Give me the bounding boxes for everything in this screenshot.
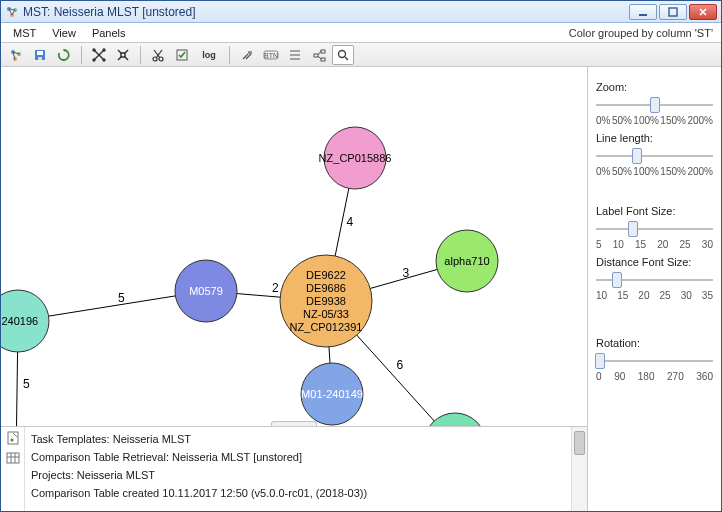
minimize-button[interactable]	[629, 4, 657, 20]
zoom-slider[interactable]	[596, 97, 713, 113]
rotation-ticks: 090180270360	[596, 371, 713, 382]
tool-refresh-icon[interactable]	[53, 45, 75, 65]
task-icon	[6, 431, 20, 445]
svg-text:3: 3	[403, 266, 410, 280]
svg-rect-83	[7, 453, 19, 463]
log-lines: Task Templates: Neisseria MLST Compariso…	[25, 427, 571, 511]
tool-graph-icon[interactable]	[5, 45, 27, 65]
tool-tree-icon[interactable]	[308, 45, 330, 65]
maximize-button[interactable]	[659, 4, 687, 20]
color-legend-label: Color grouped by column 'ST'	[569, 27, 717, 39]
svg-point-24	[93, 59, 95, 61]
rotation-slider[interactable]	[596, 353, 713, 369]
tool-search-icon[interactable]	[332, 45, 354, 65]
svg-point-23	[103, 49, 105, 51]
tool-list-icon[interactable]	[284, 45, 306, 65]
svg-point-22	[93, 49, 95, 51]
app-window: MST: Neisseria MLST [unstored] MST View …	[0, 0, 722, 512]
log-line[interactable]: Projects: Neisseria MLST	[31, 466, 565, 484]
labelfont-ticks: 51015202530	[596, 239, 713, 250]
tool-expand-icon[interactable]	[88, 45, 110, 65]
label-font-slider[interactable]	[596, 221, 713, 237]
svg-rect-81	[8, 432, 18, 444]
label-font-label: Label Font Size:	[596, 205, 713, 217]
svg-text:alpha710: alpha710	[444, 255, 489, 267]
svg-text:NZ_CP015886: NZ_CP015886	[319, 152, 392, 164]
distance-font-label: Distance Font Size:	[596, 256, 713, 268]
log-line[interactable]: Task Templates: Neisseria MLST	[31, 430, 565, 448]
log-panel: Task Templates: Neisseria MLST Compariso…	[1, 426, 587, 511]
distance-font-slider[interactable]	[596, 272, 713, 288]
tool-collapse-icon[interactable]	[112, 45, 134, 65]
window-controls	[629, 4, 717, 20]
line-length-slider[interactable]	[596, 148, 713, 164]
line-length-label: Line length:	[596, 132, 713, 144]
tool-settings-icon[interactable]	[236, 45, 258, 65]
menubar: MST View Panels Color grouped by column …	[1, 23, 721, 43]
svg-rect-17	[38, 57, 42, 60]
svg-text:DE9938: DE9938	[306, 295, 346, 307]
graph-svg: 4325165NZ_CP015886alpha710DE9622DE9686DE…	[1, 67, 587, 426]
log-line[interactable]: Comparison Table Retrieval: Neisseria ML…	[31, 448, 565, 466]
splitter-grip-icon[interactable]	[271, 421, 317, 426]
close-button[interactable]	[689, 4, 717, 20]
content-area: 4325165NZ_CP015886alpha710DE9622DE9686DE…	[1, 67, 721, 511]
titlebar: MST: Neisseria MLST [unstored]	[1, 1, 721, 23]
svg-text:BTN: BTN	[264, 52, 278, 59]
table-icon	[6, 451, 20, 465]
svg-point-82	[10, 439, 13, 442]
menu-panels[interactable]: Panels	[84, 25, 134, 41]
tool-cut-icon[interactable]	[147, 45, 169, 65]
toolbar: log BTN	[1, 43, 721, 67]
svg-text:5: 5	[118, 291, 125, 305]
menu-view[interactable]: View	[44, 25, 84, 41]
log-line[interactable]: Comparison Table created 10.11.2017 12:5…	[31, 484, 565, 502]
zoom-label: Zoom:	[596, 81, 713, 93]
svg-text:NZ-05/33: NZ-05/33	[303, 308, 349, 320]
svg-line-48	[345, 57, 348, 60]
tool-checkbox-icon[interactable]	[171, 45, 193, 65]
svg-point-25	[103, 59, 105, 61]
svg-rect-16	[37, 51, 43, 55]
graph-canvas[interactable]: 4325165NZ_CP015886alpha710DE9622DE9686DE…	[1, 67, 587, 426]
svg-rect-38	[248, 51, 252, 54]
toolbar-separator	[229, 46, 230, 64]
tool-save-icon[interactable]	[29, 45, 51, 65]
svg-point-47	[339, 50, 346, 57]
svg-text:DE9622: DE9622	[306, 269, 346, 281]
svg-text:NZ_CP012391: NZ_CP012391	[290, 321, 363, 333]
line-ticks: 0%50%100%150%200%	[596, 166, 713, 177]
svg-text:-240196: -240196	[1, 315, 38, 327]
canvas-area: 4325165NZ_CP015886alpha710DE9622DE9686DE…	[1, 67, 588, 511]
svg-rect-46	[321, 58, 325, 61]
scrollbar[interactable]	[571, 427, 587, 511]
svg-text:M0579: M0579	[189, 285, 223, 297]
menu-mst[interactable]: MST	[5, 25, 44, 41]
svg-point-34	[159, 57, 163, 61]
svg-text:M01-240149: M01-240149	[301, 388, 363, 400]
app-icon	[5, 5, 19, 19]
svg-rect-7	[669, 8, 677, 16]
distfont-ticks: 101520253035	[596, 290, 713, 301]
side-panel: Zoom: 0%50%100%150%200% Line length: 0%5…	[588, 67, 721, 511]
svg-text:6: 6	[397, 358, 404, 372]
tool-log-icon[interactable]: log	[195, 45, 223, 65]
svg-rect-30	[121, 53, 125, 57]
svg-text:5: 5	[23, 377, 30, 391]
toolbar-separator	[81, 46, 82, 64]
svg-text:2: 2	[272, 281, 279, 295]
scrollbar-thumb[interactable]	[574, 431, 585, 455]
svg-rect-45	[321, 50, 325, 53]
rotation-label: Rotation:	[596, 337, 713, 349]
tool-btn-text-icon[interactable]: BTN	[260, 45, 282, 65]
window-title: MST: Neisseria MLST [unstored]	[23, 5, 629, 19]
zoom-ticks: 0%50%100%150%200%	[596, 115, 713, 126]
log-gutter	[1, 427, 25, 511]
svg-text:DE9686: DE9686	[306, 282, 346, 294]
svg-text:4: 4	[347, 215, 354, 229]
svg-rect-44	[314, 54, 318, 57]
svg-point-33	[153, 57, 157, 61]
toolbar-separator	[140, 46, 141, 64]
